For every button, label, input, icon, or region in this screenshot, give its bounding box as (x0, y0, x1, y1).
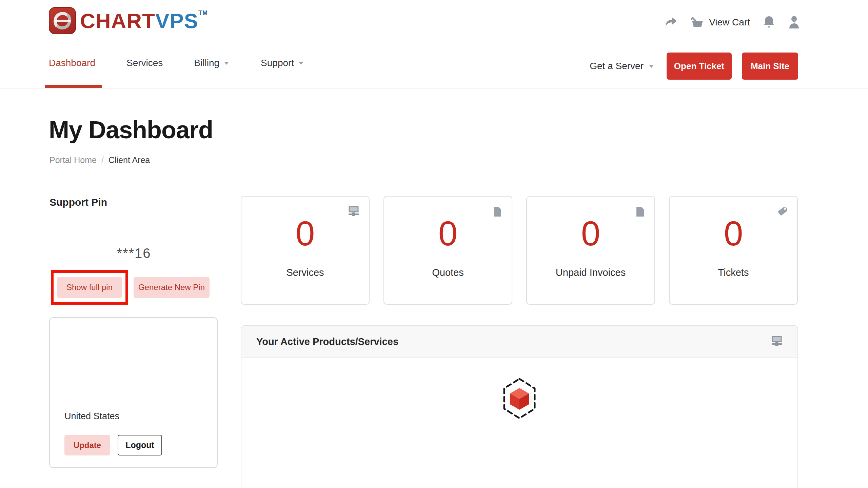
nav-tab-support[interactable]: Support (261, 58, 304, 68)
stat-card-tickets[interactable]: 0 Tickets (669, 196, 798, 305)
logo-wordmark: CHARTVPSTM (80, 7, 208, 32)
generate-new-pin-button[interactable]: Generate New Pin (134, 277, 210, 298)
stat-label: Quotes (384, 267, 512, 278)
support-pin-heading: Support Pin (50, 197, 107, 208)
chartvps-logo[interactable]: CHARTVPSTM (49, 7, 208, 34)
breadcrumb: Portal Home / Client Area (50, 155, 150, 165)
get-a-server-label: Get a Server (590, 61, 644, 72)
view-cart-label: View Cart (709, 17, 750, 28)
logo-trademark: TM (198, 10, 208, 16)
stat-label: Unpaid Invoices (527, 267, 654, 278)
show-full-pin-button[interactable]: Show full pin (57, 277, 122, 298)
breadcrumb-portal-home[interactable]: Portal Home (50, 155, 97, 165)
view-cart-button[interactable]: View Cart (691, 17, 750, 28)
nav-tab-services[interactable]: Services (126, 58, 163, 68)
logout-button[interactable]: Logout (118, 435, 162, 455)
network-icon (771, 336, 783, 348)
main-site-button[interactable]: Main Site (742, 53, 798, 80)
stat-card-unpaid-invoices[interactable]: 0 Unpaid Invoices (526, 196, 655, 305)
top-header: CHARTVPSTM View Cart (0, 0, 868, 88)
open-ticket-button[interactable]: Open Ticket (667, 53, 732, 80)
header-icon-row: View Cart (664, 14, 800, 31)
active-services-title: Your Active Products/Services (256, 336, 398, 347)
forward-arrow-icon[interactable] (664, 17, 678, 28)
active-services-panel: Your Active Products/Services No Active … (241, 325, 798, 488)
main-navigation: Dashboard Services Billing Support (49, 58, 304, 68)
logo-text-chart: CHART (80, 11, 155, 32)
empty-state-cube-icon (502, 378, 537, 421)
chevron-down-icon (224, 62, 229, 65)
profile-card: United States Update Logout (49, 317, 218, 468)
stat-value: 0 (384, 216, 512, 251)
stat-value: 0 (241, 216, 369, 251)
profile-country: United States (64, 411, 119, 422)
stat-label: Services (241, 267, 369, 278)
cart-basket-icon (691, 17, 704, 28)
active-tab-underline (45, 85, 102, 88)
stat-label: Tickets (670, 267, 797, 278)
nav-actions: Get a Server Open Ticket Main Site (590, 53, 798, 80)
account-menu-caret-icon[interactable] (791, 19, 797, 23)
stat-value: 0 (670, 216, 797, 251)
active-services-body: No Active Services Found Order New Servi… (241, 358, 797, 488)
nav-label: Services (126, 58, 163, 68)
masked-pin-value: ***16 (49, 246, 219, 261)
stat-card-services[interactable]: 0 Services (241, 196, 370, 305)
profile-card-buttons: Update Logout (64, 435, 162, 455)
active-services-header: Your Active Products/Services (241, 326, 797, 358)
nav-tab-dashboard[interactable]: Dashboard (49, 58, 95, 68)
notifications-bell-icon[interactable] (763, 16, 775, 29)
update-profile-button[interactable]: Update (64, 435, 110, 455)
chevron-down-icon (649, 65, 654, 68)
stat-value: 0 (527, 216, 654, 251)
get-a-server-dropdown[interactable]: Get a Server (590, 61, 654, 72)
breadcrumb-client-area: Client Area (108, 155, 150, 165)
chevron-down-icon (299, 62, 303, 65)
nav-label: Billing (194, 58, 219, 68)
logo-text-vps: VPS (155, 11, 198, 32)
logo-sine-icon (49, 7, 76, 34)
nav-label: Dashboard (49, 58, 95, 68)
nav-label: Support (261, 58, 294, 68)
page-title: My Dashboard (49, 116, 213, 144)
breadcrumb-separator: / (101, 155, 104, 165)
nav-tab-billing[interactable]: Billing (194, 58, 230, 68)
stat-card-quotes[interactable]: 0 Quotes (383, 196, 512, 305)
